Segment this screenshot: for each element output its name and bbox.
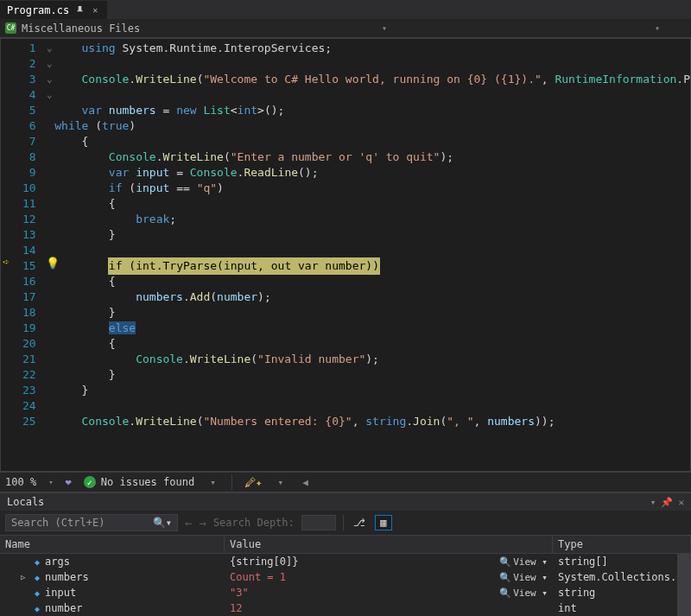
locals-row[interactable]: ▷◆numbersCount = 1🔍View ▾System.Collecti… — [0, 569, 677, 585]
var-type: string[] — [558, 556, 608, 568]
field-icon: ◆ — [35, 557, 40, 567]
member-dropdown[interactable]: ▾ — [356, 23, 413, 33]
check-icon: ✓ — [84, 476, 96, 488]
locals-panel: Locals ▾ 📌 ✕ Search (Ctrl+E) 🔍▾ ← → Sear… — [0, 492, 691, 616]
prev-arrow-icon[interactable]: ◀ — [299, 477, 312, 488]
depth-label: Search Depth: — [213, 517, 295, 529]
search-placeholder: Search (Ctrl+E) — [11, 517, 105, 529]
field-icon: ◆ — [35, 604, 40, 613]
panel-close-icon[interactable]: ✕ — [678, 497, 684, 508]
locals-toolbar: Search (Ctrl+E) 🔍▾ ← → Search Depth: ⎇ ▦ — [0, 511, 691, 536]
code-content[interactable]: using System.Runtime.InteropServices; Co… — [54, 39, 690, 471]
scope-dropdown[interactable]: Miscellaneous Files — [22, 22, 140, 35]
zoom-level[interactable]: 100 % — [5, 476, 36, 488]
col-name[interactable]: Name — [0, 536, 225, 553]
var-type: System.Collections.G... — [558, 571, 677, 583]
view-visualizer[interactable]: 🔍View ▾ — [499, 587, 548, 599]
view-visualizer[interactable]: 🔍View ▾ — [499, 556, 548, 568]
locals-row[interactable]: ◆args{string[0]}🔍View ▾string[] — [0, 554, 677, 569]
depth-dropdown[interactable] — [301, 515, 336, 530]
magnifier-icon: 🔍 — [499, 572, 511, 583]
execution-pointer-icon: ➪ — [3, 256, 9, 268]
magnifier-icon: 🔍 — [499, 587, 511, 599]
breakpoint-gutter[interactable] — [1, 39, 18, 471]
wand-chevron-icon[interactable]: ▾ — [275, 477, 288, 488]
var-value: "3" — [230, 587, 249, 599]
issues-text: No issues found — [101, 476, 194, 488]
locals-row[interactable]: ◆input"3"🔍View ▾string — [0, 585, 677, 600]
tab-title: Program.cs — [7, 4, 69, 16]
locals-rows: ◆args{string[0]}🔍View ▾string[]▷◆numbers… — [0, 554, 677, 616]
panel-pin-icon[interactable]: 📌 — [661, 497, 673, 508]
var-value: {string[0]} — [230, 556, 298, 568]
nav-dropdown[interactable]: ▾ — [629, 23, 686, 33]
health-icon[interactable]: ❤ — [66, 476, 72, 488]
back-arrow-icon[interactable]: ← — [185, 516, 192, 530]
col-type[interactable]: Type — [553, 536, 691, 553]
divider — [231, 474, 232, 490]
locals-titlebar[interactable]: Locals ▾ 📌 ✕ — [0, 492, 691, 511]
tab-program-cs[interactable]: Program.cs ✕ — [0, 0, 107, 19]
line-numbers: 1234567891011121314151617181920212223242… — [18, 39, 44, 471]
view-visualizer[interactable]: 🔍View ▾ — [499, 572, 548, 583]
field-icon: ◆ — [35, 573, 40, 582]
close-icon[interactable]: ✕ — [90, 5, 100, 16]
screwdriver-icon[interactable]: 🖉✦ — [244, 476, 263, 489]
context-bar: C# Miscellaneous Files ▾ ▾ — [0, 19, 691, 38]
locals-columns: Name Value Type — [0, 536, 691, 554]
var-name: args — [45, 556, 70, 568]
panel-title: Locals — [7, 496, 44, 508]
fold-gutter[interactable]: ⌄⌄⌄⌄ — [45, 39, 55, 471]
var-name: numbers — [45, 571, 89, 583]
tree-icon[interactable]: ⎇ — [351, 515, 368, 530]
search-input[interactable]: Search (Ctrl+E) 🔍▾ — [5, 514, 178, 531]
editor-status-bar: 100 % ▾ ❤ ✓ No issues found ▾ 🖉✦ ▾ ◀ — [0, 472, 691, 492]
magnifier-icon: 🔍 — [499, 556, 511, 568]
scrollbar[interactable] — [677, 554, 691, 616]
tab-bar: Program.cs ✕ — [0, 0, 691, 19]
search-icon[interactable]: 🔍▾ — [153, 517, 172, 529]
forward-arrow-icon[interactable]: → — [199, 516, 206, 530]
issues-indicator[interactable]: ✓ No issues found — [84, 476, 194, 488]
panel-dropdown-icon[interactable]: ▾ — [650, 497, 656, 508]
pin-icon[interactable] — [74, 5, 85, 16]
var-type: int — [558, 602, 577, 614]
locals-row[interactable]: ◆number12int — [0, 600, 677, 616]
var-name: input — [45, 587, 76, 599]
divider — [343, 515, 344, 530]
var-value: 12 — [230, 602, 242, 614]
zoom-chevron-icon[interactable]: ▾ — [48, 478, 53, 486]
issue-chevron-icon[interactable]: ▾ — [206, 477, 219, 488]
field-icon: ◆ — [35, 588, 40, 598]
col-value[interactable]: Value — [225, 536, 553, 553]
var-value: Count = 1 — [230, 571, 286, 583]
var-type: string — [558, 587, 595, 599]
var-name: number — [45, 602, 82, 614]
property-icon[interactable]: ▦ — [375, 515, 392, 530]
csharp-icon: C# — [5, 22, 16, 34]
code-editor[interactable]: ➪ 💡 123456789101112131415161718192021222… — [0, 38, 691, 472]
